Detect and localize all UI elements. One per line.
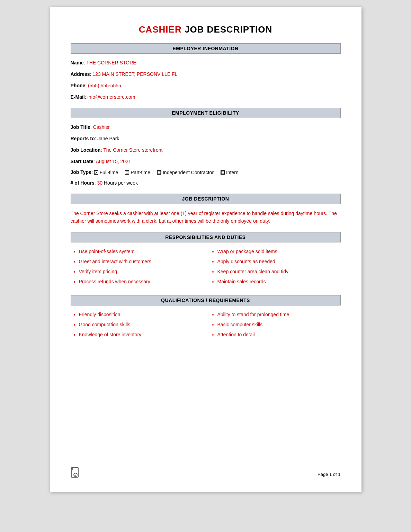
reports-to-label: Reports to (71, 136, 95, 141)
job-location-value: The Corner Store storefront (103, 147, 162, 153)
list-item: Attention to detail (217, 331, 341, 338)
eligibility-info-block: Job Title: Cashier Reports to: Jane Park… (71, 124, 341, 187)
job-title-label: Job Title (71, 124, 90, 130)
list-item: Good computation skills (79, 321, 202, 328)
responsibilities-section: RESPONSIBILITIES AND DUTIES Use point-of… (71, 232, 341, 288)
list-item: Verify item pricing (79, 268, 202, 275)
job-description-text: The Corner Store seeks a cashier with at… (71, 210, 341, 225)
employer-email-line: E-Mail: info@cornerstore.com (71, 94, 341, 101)
list-item: Keep counter area clean and tidy (217, 268, 341, 275)
qualifications-left-list: Friendly disposition Good computation sk… (71, 311, 202, 341)
employer-name-label: Name (71, 60, 84, 65)
employer-info-block: Name: THE CORNER STORE Address: 123 MAIN… (71, 59, 341, 101)
intern-checkbox: ☐ (221, 170, 225, 175)
employer-address-value: 123 MAIN STREET, PERSONVILLE FL (92, 71, 177, 77)
employer-email-value: info@cornerstore.com (88, 94, 135, 100)
list-item: Process refunds when necessary (79, 278, 202, 285)
eligibility-section: EMPLOYMENT ELIGIBILITY Job Title: Cashie… (71, 108, 341, 187)
qualifications-right-list: Ability to stand for prolonged time Basi… (209, 311, 341, 341)
job-type-contractor: ☐ Independent Contractor (157, 170, 214, 175)
job-title-line: Job Title: Cashier (71, 124, 341, 131)
contractor-checkbox: ☐ (157, 170, 161, 175)
svg-text:e: e (74, 474, 76, 477)
job-type-intern: ☐ Intern (221, 170, 239, 175)
employer-phone-label: Phone (71, 83, 86, 88)
job-description-section: JOB DESCRIPTION The Corner Store seeks a… (71, 194, 341, 225)
page-footer: e Page 1 of 1 (71, 467, 341, 481)
employer-email-label: E-Mail (71, 94, 85, 100)
responsibilities-right-list: Wrap or package sold items Apply discoun… (209, 248, 341, 288)
start-date-line: Start Date: August 15, 2021 (71, 158, 341, 165)
job-type-parttime: ☐ Part-time (125, 170, 150, 175)
qualifications-header: QUALIFICATIONS / REQUIREMENTS (71, 295, 341, 305)
parttime-checkbox: ☐ (125, 170, 129, 175)
qualifications-section: QUALIFICATIONS / REQUIREMENTS Friendly d… (71, 295, 341, 341)
job-location-line: Job Location: The Corner Store storefron… (71, 147, 341, 154)
list-item: Use point-of-sales system (79, 248, 202, 255)
list-item: Ability to stand for prolonged time (217, 311, 341, 318)
hours-suffix: Hours per week (102, 180, 138, 186)
start-date-value: August 15, 2021 (96, 159, 131, 164)
employer-name-line: Name: THE CORNER STORE (71, 59, 341, 66)
employer-address-line: Address: 123 MAIN STREET, PERSONVILLE FL (71, 71, 341, 78)
job-title-value: Cashier (93, 124, 110, 130)
list-item: Maintain sales records (217, 278, 341, 285)
reports-to-line: Reports to: Jane Park (71, 135, 341, 142)
employer-header: EMPLOYER INFORMATION (71, 43, 341, 54)
fulltime-checkbox (94, 170, 98, 175)
employer-address-label: Address (71, 71, 90, 77)
list-item: Friendly disposition (79, 311, 202, 318)
qualifications-list: Friendly disposition Good computation sk… (71, 311, 341, 341)
document-title: CASHIER JOB DESCRIPTION (71, 24, 341, 35)
employer-section: EMPLOYER INFORMATION Name: THE CORNER ST… (71, 43, 341, 101)
list-item: Apply discounts as needed (217, 258, 341, 265)
job-location-label: Job Location (71, 147, 101, 153)
reports-to-value: Jane Park (97, 136, 119, 141)
job-type-line: Job Type: Full-time ☐ Part-time ☐ Indepe… (71, 169, 341, 175)
responsibilities-list: Use point-of-sales system Greet and inte… (71, 248, 341, 288)
document-page: CASHIER JOB DESCRIPTION EMPLOYER INFORMA… (50, 7, 361, 492)
eligibility-header: EMPLOYMENT ELIGIBILITY (71, 108, 341, 118)
title-black-part: JOB DESCRIPTION (182, 24, 272, 35)
responsibilities-left-list: Use point-of-sales system Greet and inte… (71, 248, 202, 288)
employer-phone-line: Phone: (555) 555-5555 (71, 82, 341, 89)
employer-phone-value: (555) 555-5555 (88, 83, 121, 88)
footer-icon: e (71, 467, 80, 481)
hours-label: # of Hours (71, 180, 95, 186)
list-item: Knowledge of store inventory (79, 331, 202, 338)
title-red-part: CASHIER (139, 24, 182, 35)
job-type-fulltime: Full-time (94, 170, 118, 175)
job-description-header: JOB DESCRIPTION (71, 194, 341, 204)
employer-name-value: THE CORNER STORE (86, 60, 136, 65)
job-type-label: Job Type (71, 169, 91, 175)
list-item: Wrap or package sold items (217, 248, 341, 255)
hours-line: # of Hours: 30 Hours per week (71, 179, 341, 187)
page-number: Page 1 of 1 (318, 472, 341, 477)
list-item: Greet and interact with customers (79, 258, 202, 265)
list-item: Basic computer skills (217, 321, 341, 328)
start-date-label: Start Date (71, 159, 93, 164)
hours-value: 30 (97, 180, 103, 186)
responsibilities-header: RESPONSIBILITIES AND DUTIES (71, 232, 341, 242)
